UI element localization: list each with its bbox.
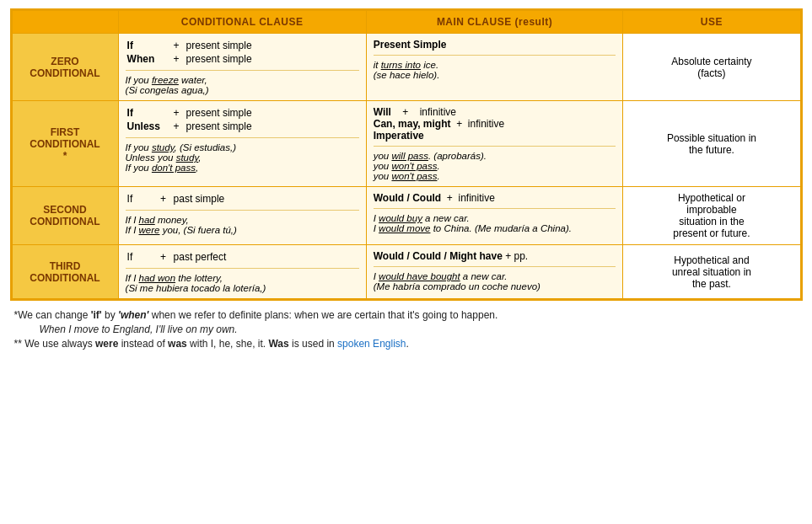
second-formula-cond: If + past simple	[126, 192, 359, 206]
third-cond-clause: If + past perfect If I had won the lotte…	[118, 245, 366, 299]
second-conditional-label: SECOND CONDITIONAL	[12, 187, 118, 245]
second-main-clause: Would / Could + infinitive I would buy a…	[366, 187, 623, 245]
first-main-clause: Will + infinitive Can, may, might + infi…	[366, 101, 623, 187]
third-conditional-label: THIRD CONDITIONAL	[12, 245, 118, 299]
first-example-main: you will pass. (aprobarás). you won't pa…	[374, 151, 616, 181]
second-cond-clause: If + past simple If I had money, If I we…	[118, 187, 366, 245]
second-example-main: I would buy a new car. I would move to C…	[374, 213, 616, 233]
third-formula-cond: If + past perfect	[126, 250, 359, 264]
note-2: When I move to England, I'll live on my …	[40, 323, 799, 335]
conditionals-table: CONDITIONAL CLAUSE MAIN CLAUSE (result) …	[10, 8, 803, 301]
second-conditional-row: SECOND CONDITIONAL If + past simple	[12, 187, 800, 245]
zero-conditional-label: ZERO CONDITIONAL	[12, 34, 118, 101]
header-main-clause: MAIN CLAUSE (result)	[366, 11, 623, 34]
first-formula-main: Will + infinitive Can, may, might + infi…	[374, 106, 616, 142]
note-3: ** We use always were instead of was wit…	[14, 338, 799, 350]
notes-section: *We can change 'if' by 'when' when we re…	[10, 309, 803, 350]
third-use: Hypothetical andunreal situation inthe p…	[623, 245, 800, 299]
zero-example-cond: If you freeze water,(Si congelas agua,)	[126, 75, 359, 95]
second-formula-main: Would / Could + infinitive	[374, 192, 616, 204]
note-1: *We can change 'if' by 'when' when we re…	[14, 309, 799, 321]
zero-formula-cond: If + present simple When + present simpl…	[126, 39, 359, 66]
header-conditional-clause: CONDITIONAL CLAUSE	[118, 11, 366, 34]
header-label-col	[12, 11, 118, 34]
second-use: Hypothetical orimprobablesituation in th…	[623, 187, 800, 245]
zero-example-main: it turns into ice.(se hace hielo).	[374, 60, 616, 80]
third-formula-main: Would / Could / Might have + pp.	[374, 250, 616, 262]
second-example-cond: If I had money, If I were you, (Si fuera…	[126, 215, 359, 235]
first-conditional-label: FIRST CONDITIONAL*	[12, 101, 118, 187]
first-use: Possible situation inthe future.	[623, 101, 800, 187]
first-example-cond: If you study, (Si estudias,) Unless you …	[126, 142, 359, 173]
zero-use: Absolute certainty(facts)	[623, 34, 800, 101]
zero-formula-main: Present Simple	[374, 39, 616, 51]
zero-main-clause: Present Simple it turns into ice.(se hac…	[366, 34, 623, 101]
third-main-clause: Would / Could / Might have + pp. I would…	[366, 245, 623, 299]
zero-cond-clause: If + present simple When + present simpl…	[118, 34, 366, 101]
header-use: USE	[623, 11, 800, 34]
third-example-main: I would have bought a new car. (Me habrí…	[374, 271, 616, 291]
third-conditional-row: THIRD CONDITIONAL If + past perfect	[12, 245, 800, 299]
first-conditional-row: FIRST CONDITIONAL* If + present simple U…	[12, 101, 800, 187]
zero-conditional-row: ZERO CONDITIONAL If + present simple Whe…	[12, 34, 800, 101]
first-cond-clause: If + present simple Unless + present sim…	[118, 101, 366, 187]
third-example-cond: If I had won the lottery, (Si me hubiera…	[126, 273, 359, 293]
first-formula-cond: If + present simple Unless + present sim…	[126, 106, 359, 133]
